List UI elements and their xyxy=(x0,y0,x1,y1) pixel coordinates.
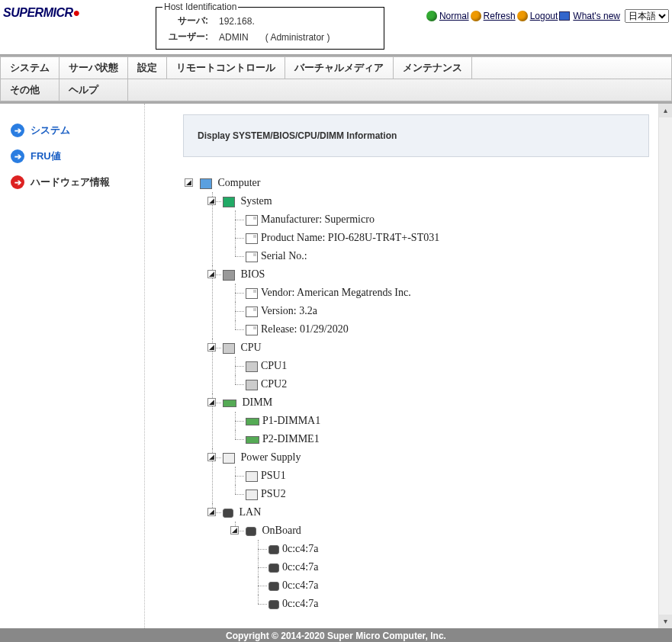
user-label: ユーザー: xyxy=(164,30,213,44)
tree-leaf-mac[interactable]: 0c:c4:7a xyxy=(282,579,318,591)
computer-icon xyxy=(200,178,212,189)
server-label: サーバ: xyxy=(164,14,213,28)
bios-icon xyxy=(223,270,235,281)
page-icon xyxy=(246,307,258,317)
system-icon xyxy=(223,197,235,207)
tree-toggle[interactable]: ◢ xyxy=(207,343,216,351)
menu-server-status[interactable]: サーバ状態 xyxy=(59,57,128,79)
menu-settings[interactable]: 設定 xyxy=(128,57,167,79)
tree-leaf-vendor[interactable]: Vendor: American Megatrends Inc. xyxy=(261,287,411,298)
psu-icon xyxy=(223,453,235,464)
tree-toggle[interactable]: ◢ xyxy=(207,453,216,461)
dimm-icon xyxy=(223,400,236,407)
refresh-link[interactable]: Refresh xyxy=(484,11,516,21)
sidebar-item-label: ハードウェア情報 xyxy=(31,175,110,189)
tree-leaf-dimm2[interactable]: P2-DIMME1 xyxy=(262,433,320,445)
menu-system[interactable]: システム xyxy=(1,57,59,79)
tree-node-computer[interactable]: Computer xyxy=(218,177,261,188)
hardware-tree: ◢ Computer ◢ System Manufacturer: Superm… xyxy=(183,174,649,613)
menu-virtual-media[interactable]: バーチャルメディア xyxy=(285,57,394,79)
tree-leaf-version[interactable]: Version: 3.2a xyxy=(261,305,317,316)
tree-node-bios[interactable]: BIOS xyxy=(241,268,265,280)
page-icon xyxy=(246,215,258,226)
tree-leaf-dimm1[interactable]: P1-DIMMA1 xyxy=(262,415,320,426)
tree-leaf-release[interactable]: Release: 01/29/2020 xyxy=(261,323,349,335)
scroll-up-icon[interactable]: ▴ xyxy=(659,104,672,117)
arrow-icon: ➔ xyxy=(11,175,24,189)
tree-leaf-mac[interactable]: 0c:c4:7a xyxy=(282,598,318,609)
lan-icon xyxy=(246,527,256,536)
tree-node-cpu[interactable]: CPU xyxy=(241,342,262,353)
tree-toggle[interactable]: ◢ xyxy=(207,398,216,406)
page-icon xyxy=(246,325,258,335)
language-select[interactable]: 日本語 xyxy=(625,9,669,23)
lan-icon xyxy=(268,600,279,609)
host-id-legend: Host Identification xyxy=(162,2,238,12)
tree-node-dimm[interactable]: DIMM xyxy=(243,396,273,408)
lan-icon xyxy=(268,545,279,554)
footer-copyright: Copyright © 2014-2020 Super Micro Comput… xyxy=(0,628,672,642)
tree-leaf-manufacturer[interactable]: Manufacturer: Supermicro xyxy=(261,213,375,225)
refresh-icon xyxy=(471,11,481,21)
logo: SUPERMICR● xyxy=(3,2,156,20)
arrow-icon: ➔ xyxy=(11,149,24,163)
arrow-icon: ➔ xyxy=(11,124,24,137)
server-value: 192.168. xyxy=(214,14,259,28)
tree-leaf-serial[interactable]: Serial No.: xyxy=(261,250,307,262)
tree-node-psu[interactable]: Power Supply xyxy=(241,451,301,463)
tree-leaf-mac[interactable]: 0c:c4:7a xyxy=(282,543,318,554)
user-role: ( Administrator ) xyxy=(261,30,335,44)
tree-node-lan[interactable]: LAN xyxy=(240,506,262,518)
tree-toggle[interactable]: ◢ xyxy=(207,508,216,516)
sidebar-item-label: FRU値 xyxy=(31,149,61,163)
cpu-icon xyxy=(246,361,258,372)
menu-help[interactable]: ヘルプ xyxy=(59,79,128,101)
lan-icon xyxy=(223,509,233,518)
page-icon xyxy=(246,233,258,244)
cpu-icon xyxy=(223,343,235,354)
page-icon xyxy=(246,288,258,299)
tree-toggle[interactable]: ◢ xyxy=(185,178,193,187)
dimm-icon xyxy=(246,418,259,425)
dimm-icon xyxy=(246,436,259,444)
tree-leaf-cpu2[interactable]: CPU2 xyxy=(261,378,287,390)
tree-toggle[interactable]: ◢ xyxy=(207,270,216,278)
status-normal-icon xyxy=(426,11,437,21)
sidebar-item-hardware-info[interactable]: ➔ ハードウェア情報 xyxy=(6,169,138,195)
tree-toggle[interactable]: ◢ xyxy=(230,526,239,534)
info-banner: Display SYSTEM/BIOS/CPU/DIMM Information xyxy=(183,114,649,157)
host-identification-box: Host Identification サーバ: 192.168. ユーザー: … xyxy=(156,2,384,50)
logout-link[interactable]: Logout xyxy=(530,11,558,21)
page-icon xyxy=(246,252,258,262)
main-menu: システム サーバ状態 設定 リモートコントロール バーチャルメディア メンテナン… xyxy=(0,54,672,104)
menu-remote-control[interactable]: リモートコントロール xyxy=(167,57,285,79)
whatsnew-icon xyxy=(559,11,570,21)
lan-icon xyxy=(268,582,279,591)
tree-toggle[interactable]: ◢ xyxy=(207,197,216,205)
menu-other[interactable]: その他 xyxy=(1,79,59,101)
cpu-icon xyxy=(246,380,258,390)
sidebar-item-system[interactable]: ➔ システム xyxy=(6,117,138,143)
sidebar-item-label: システム xyxy=(31,124,70,137)
scroll-down-icon[interactable]: ▾ xyxy=(659,615,672,628)
sidebar: ➔ システム ➔ FRU値 ➔ ハードウェア情報 xyxy=(0,104,145,628)
user-value: ADMIN xyxy=(214,30,259,44)
logo-text: SUPERMICR xyxy=(3,6,73,19)
tree-leaf-psu2[interactable]: PSU2 xyxy=(261,488,286,499)
psu-icon xyxy=(246,471,258,482)
tree-node-onboard[interactable]: OnBoard xyxy=(262,525,301,536)
normal-link[interactable]: Normal xyxy=(439,11,469,21)
vertical-scrollbar[interactable]: ▴ ▾ xyxy=(658,104,672,628)
whatsnew-link[interactable]: What's new xyxy=(573,11,620,21)
tree-node-system[interactable]: System xyxy=(241,195,272,207)
lan-icon xyxy=(268,563,279,573)
tree-leaf-mac[interactable]: 0c:c4:7a xyxy=(282,561,318,573)
psu-icon xyxy=(246,490,258,500)
tree-leaf-product[interactable]: Product Name: PIO-628U-TR4T+-ST031 xyxy=(261,232,439,243)
tree-leaf-cpu1[interactable]: CPU1 xyxy=(261,360,287,371)
tree-leaf-psu1[interactable]: PSU1 xyxy=(261,470,286,481)
menu-maintenance[interactable]: メンテナンス xyxy=(394,57,472,79)
logout-icon xyxy=(517,11,528,21)
sidebar-item-fru[interactable]: ➔ FRU値 xyxy=(6,143,138,169)
